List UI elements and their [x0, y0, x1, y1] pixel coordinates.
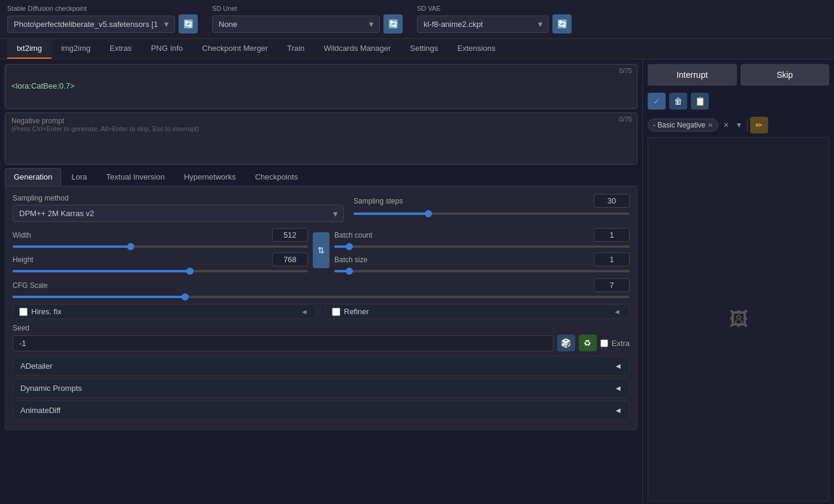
- hires-refiner-row: Hires. fix ◄ Refiner ◄: [13, 304, 630, 319]
- width-input[interactable]: [272, 228, 308, 242]
- style-chip-row: - Basic Negative ✕ ✕ ▼ ✏: [648, 117, 829, 133]
- width-slider-track[interactable]: [13, 245, 308, 248]
- seed-dice-btn[interactable]: 🎲: [557, 335, 575, 351]
- style-tools-row: ✓ 🗑 📋: [648, 93, 829, 110]
- left-panel: 0/75 <lora:CatBee:0.7> 0/75 Negative pro…: [0, 59, 642, 504]
- dynamic-prompts-accordion-header[interactable]: Dynamic Prompts ◄: [13, 379, 629, 397]
- hires-label: Hires. fix: [31, 307, 62, 316]
- width-label: Width: [13, 231, 72, 239]
- negative-prompt-area: 0/75 Negative prompt (Press Ctrl+Enter t…: [5, 113, 637, 165]
- height-label: Height: [13, 256, 72, 264]
- adetailer-label: ADetailer: [20, 362, 52, 371]
- seed-recycle-btn[interactable]: ♻: [579, 335, 597, 351]
- style-separator: [747, 119, 748, 131]
- batch-count-input[interactable]: [594, 228, 630, 242]
- neg-prompt-label: Negative prompt: [5, 113, 637, 125]
- tab-settings[interactable]: Settings: [400, 39, 448, 59]
- gen-tab-generation[interactable]: Generation: [5, 168, 61, 186]
- cfg-scale-slider-track[interactable]: [13, 296, 630, 298]
- tab-train[interactable]: Train: [277, 39, 314, 59]
- basic-negative-close-btn[interactable]: ✕: [708, 122, 713, 129]
- gen-tab-textual-inversion[interactable]: Textual Inversion: [97, 168, 174, 186]
- batch-size-block: Batch size: [334, 253, 630, 272]
- checkpoint-dropdown[interactable]: Photo\perfectdeliberate_v5.safetensors […: [7, 16, 175, 33]
- unet-label: SD Unet: [212, 5, 403, 12]
- refiner-checkbox-label[interactable]: Refiner: [332, 307, 369, 316]
- extra-checkbox[interactable]: [600, 339, 608, 347]
- vae-controls: kl-f8-anime2.ckpt ▼ 🔄: [417, 14, 572, 34]
- gen-tab-checkpoints[interactable]: Checkpoints: [246, 168, 307, 186]
- sampling-method-dropdown[interactable]: DPM++ 2M Karras v2: [13, 205, 344, 222]
- extra-checkbox-label[interactable]: Extra: [600, 339, 630, 348]
- height-input[interactable]: [272, 253, 308, 266]
- unet-section: SD Unet None ▼ 🔄: [212, 5, 403, 34]
- seed-input[interactable]: [13, 335, 554, 351]
- swap-dimensions-btn[interactable]: ⇅: [313, 232, 330, 268]
- tab-extensions[interactable]: Extensions: [448, 39, 505, 59]
- tab-png-info[interactable]: PNG Info: [141, 39, 192, 59]
- pencil-icon: ✏: [756, 120, 763, 130]
- recycle-icon: ♻: [584, 338, 591, 348]
- height-slider-track[interactable]: [13, 270, 308, 272]
- tab-checkpoint-merger[interactable]: Checkpoint Merger: [192, 39, 277, 59]
- refiner-label: Refiner: [344, 307, 369, 316]
- seed-label: Seed: [13, 324, 630, 332]
- generation-params: Sampling method DPM++ 2M Karras v2 ▼ Sam…: [5, 186, 637, 430]
- checkpoint-refresh-btn[interactable]: 🔄: [179, 14, 198, 34]
- generation-tabs: Generation Lora Textual Inversion Hypern…: [5, 168, 637, 186]
- gen-tab-hypernetworks[interactable]: Hypernetworks: [175, 168, 245, 186]
- negative-prompt-input[interactable]: [5, 132, 637, 162]
- adetailer-accordion-header[interactable]: ADetailer ◄: [13, 357, 629, 375]
- batch-block: Batch count: [334, 228, 630, 272]
- unet-dropdown[interactable]: None: [212, 16, 380, 33]
- skip-btn[interactable]: Skip: [741, 64, 830, 86]
- vae-refresh-btn[interactable]: 🔄: [552, 14, 572, 34]
- positive-prompt-input[interactable]: [5, 65, 637, 107]
- cfg-scale-input[interactable]: [594, 278, 630, 292]
- positive-prompt-area: 0/75 <lora:CatBee:0.7>: [5, 64, 637, 109]
- style-dropdown-close-btn[interactable]: ✕: [721, 120, 732, 130]
- vae-label: SD VAE: [417, 5, 572, 12]
- width-block: Width: [13, 228, 308, 248]
- tab-extras[interactable]: Extras: [100, 39, 141, 59]
- seed-section: Seed 🎲 ♻ Extra: [13, 324, 630, 351]
- sampling-steps-slider-track[interactable]: [353, 212, 630, 215]
- main-content: 0/75 <lora:CatBee:0.7> 0/75 Negative pro…: [0, 59, 834, 504]
- hires-checkbox-label[interactable]: Hires. fix: [19, 307, 62, 316]
- gen-tab-lora[interactable]: Lora: [62, 168, 96, 186]
- interrupt-btn[interactable]: Interrupt: [648, 64, 737, 86]
- batch-size-slider-track[interactable]: [334, 270, 630, 272]
- refiner-collapse-btn[interactable]: ◄: [611, 308, 623, 316]
- checkpoint-label: Stable Diffusion checkpoint: [7, 5, 198, 12]
- tab-wildcards-manager[interactable]: Wildcards Manager: [314, 39, 400, 59]
- trash-icon: 🗑: [674, 96, 682, 106]
- vae-dropdown[interactable]: kl-f8-anime2.ckpt: [417, 16, 549, 33]
- refiner-checkbox[interactable]: [332, 308, 340, 316]
- hires-collapse-btn[interactable]: ◄: [298, 308, 310, 316]
- swap-icon: ⇅: [318, 245, 325, 255]
- style-trash-btn[interactable]: 🗑: [669, 93, 687, 110]
- sampling-steps-input[interactable]: [594, 194, 630, 208]
- batch-size-input[interactable]: [594, 253, 630, 266]
- tab-txt2img[interactable]: txt2img: [7, 39, 52, 59]
- batch-count-slider-track[interactable]: [334, 245, 630, 248]
- hires-checkbox[interactable]: [19, 308, 28, 316]
- vae-section: SD VAE kl-f8-anime2.ckpt ▼ 🔄: [417, 5, 572, 34]
- style-dropdown-arrow-btn[interactable]: ▼: [733, 120, 745, 130]
- adetailer-collapse-icon: ◄: [614, 362, 622, 371]
- sampling-method-block: Sampling method DPM++ 2M Karras v2 ▼: [13, 194, 344, 222]
- style-edit-btn[interactable]: ✏: [750, 117, 768, 133]
- image-preview: 🖼: [648, 137, 829, 502]
- animatediff-accordion-header[interactable]: AnimateDiff ◄: [13, 401, 629, 420]
- neg-prompt-counter: 0/75: [620, 116, 632, 123]
- dice-icon: 🎲: [561, 338, 571, 348]
- checkpoint-section: Stable Diffusion checkpoint Photo\perfec…: [7, 5, 198, 34]
- style-checkbox-btn[interactable]: ✓: [648, 93, 666, 110]
- top-bar: Stable Diffusion checkpoint Photo\perfec…: [0, 0, 834, 39]
- style-clipboard-btn[interactable]: 📋: [691, 93, 709, 110]
- main-tabs-bar: txt2img img2img Extras PNG Info Checkpoi…: [0, 39, 834, 59]
- unet-refresh-btn[interactable]: 🔄: [383, 14, 403, 34]
- unet-controls: None ▼ 🔄: [212, 14, 403, 34]
- hires-section: Hires. fix ◄: [13, 304, 317, 319]
- tab-img2img[interactable]: img2img: [52, 39, 100, 59]
